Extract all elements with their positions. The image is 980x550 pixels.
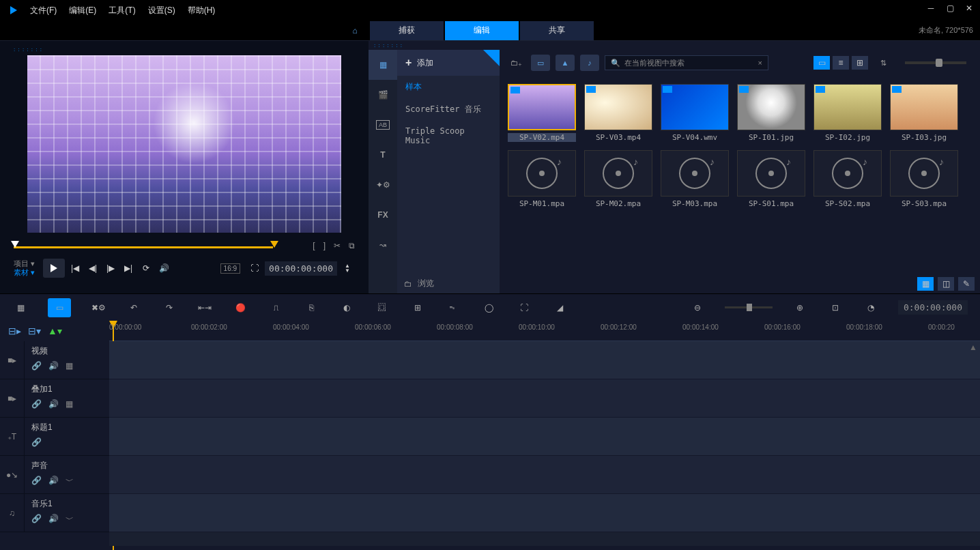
tab-share[interactable]: 共享 (520, 21, 594, 40)
preview-timecode[interactable]: 00:00:00:000 (265, 261, 337, 276)
titles-tab-icon[interactable]: T (369, 140, 397, 170)
track-lane[interactable] (109, 418, 980, 456)
storyboard-view-icon[interactable]: ▦ (12, 300, 29, 316)
filter-video-icon[interactable]: ▭ (531, 55, 550, 71)
panel-layout-1-icon[interactable]: ▦ (917, 277, 934, 291)
track-header[interactable]: ₊T 标题1 🔗 (0, 418, 109, 456)
pan-zoom-icon[interactable]: ⛶ (516, 300, 532, 316)
thumbnail-item[interactable]: SP-V04.wmv (661, 84, 729, 142)
thumb-zoom-slider[interactable] (905, 61, 966, 64)
mute-icon[interactable]: 🔊 (48, 399, 59, 409)
panel-grip[interactable]: : : : : : : : (369, 41, 980, 50)
duration-icon[interactable]: ◔ (863, 300, 879, 316)
fx-toggle-icon[interactable]: ▦ (66, 399, 73, 409)
fx-toggle-icon[interactable]: ▦ (66, 361, 73, 371)
link-icon[interactable]: 🔗 (31, 476, 42, 487)
mute-icon[interactable]: 🔊 (48, 514, 59, 525)
track-lane[interactable] (109, 456, 980, 494)
thumbnail-item[interactable]: SP-V02.mp4 (508, 84, 576, 142)
timeline-view-icon[interactable]: ▭ (48, 298, 71, 317)
undo-button[interactable]: ↶ (126, 300, 142, 316)
volume-button[interactable]: 🔊 (156, 261, 171, 276)
goto-end-button[interactable]: ▶| (121, 261, 136, 276)
media-tab-icon[interactable]: ▦ (369, 50, 397, 80)
loop-button[interactable]: ⟳ (139, 261, 154, 276)
track-lane[interactable] (109, 379, 980, 418)
snapshot-icon[interactable]: ⧉ (349, 241, 355, 250)
track-header[interactable]: ♫ 音乐1 🔗 🔊 ﹀ (0, 494, 109, 532)
track-header[interactable]: ■▸ 叠加1 🔗 🔊 ▦ (0, 379, 109, 418)
record-icon[interactable]: 🔴 (232, 300, 248, 316)
mixer-icon[interactable]: ⎍ (268, 300, 284, 316)
paths-tab-icon[interactable]: ↝ (369, 230, 397, 260)
browse-button[interactable]: 浏览 (418, 278, 434, 289)
split-icon[interactable]: ✂ (334, 241, 341, 250)
chapter-icon[interactable]: ⎘ (303, 300, 319, 316)
menu-edit[interactable]: 编辑(E) (69, 5, 96, 16)
mute-icon[interactable]: 🔊 (48, 476, 59, 487)
timecode-stepper[interactable]: ▲▼ (340, 261, 355, 276)
tracking-icon[interactable]: ◯ (480, 300, 497, 316)
mute-icon[interactable]: 🔊 (48, 361, 59, 371)
import-folder-icon[interactable]: 🗀₊ (506, 55, 525, 71)
maximize-button[interactable]: ▢ (945, 3, 955, 14)
timeline-timecode[interactable]: 0:00:00:000 (898, 300, 968, 315)
templates-tab-icon[interactable]: 🎬 (369, 80, 397, 110)
transitions-tab-icon[interactable]: AB (369, 110, 397, 140)
link-icon[interactable]: 🔗 (31, 514, 42, 525)
panel-edit-icon[interactable]: ✎ (958, 277, 975, 291)
tree-item-scorefitter[interactable]: ScoreFitter 音乐 (397, 98, 500, 121)
mask-icon[interactable]: ◢ (551, 300, 568, 316)
panel-grip[interactable]: : : : : : : : (14, 46, 355, 53)
project-mode-label[interactable]: 项目 ▾ (14, 259, 35, 268)
expand-icon[interactable]: ﹀ (66, 476, 74, 487)
link-icon[interactable]: 🔗 (31, 437, 42, 447)
tab-edit[interactable]: 编辑 (445, 21, 519, 40)
mark-in-icon[interactable]: [ (313, 241, 315, 250)
track-lane[interactable] (109, 341, 980, 379)
step-fwd-button[interactable]: |▶ (103, 261, 118, 276)
thumbnail-item[interactable]: SP-I02.jpg (813, 84, 882, 142)
home-icon[interactable]: ⌂ (341, 26, 369, 35)
thumbnail-item[interactable]: SP-S03.mpa (890, 150, 958, 208)
thumbnail-item[interactable]: SP-S01.mpa (737, 150, 805, 208)
mark-out-icon[interactable]: ] (323, 241, 326, 250)
timeline-ruler[interactable]: 0:00:00:0000:00:02:0000:00:04:0000:00:06… (109, 321, 980, 341)
scroll-up-icon[interactable]: ▲ (969, 343, 979, 352)
menu-tools[interactable]: 工具(T) (109, 5, 135, 16)
track-header[interactable]: ■▸ 视频 🔗 🔊 ▦ (0, 341, 109, 379)
subtitle-icon[interactable]: ◐ (338, 300, 355, 316)
zoom-out-icon[interactable]: ⊖ (689, 300, 706, 316)
search-input[interactable]: 🔍 在当前视图中搜索 × (605, 55, 768, 70)
thumbnail-item[interactable]: SP-M02.mpa (584, 150, 652, 208)
menu-file[interactable]: 文件(F) (30, 5, 57, 16)
add-media-button[interactable]: + 添加 (397, 50, 500, 76)
view-thumb-icon[interactable]: ▭ (813, 56, 830, 70)
track-lane[interactable] (109, 494, 980, 532)
redo-button[interactable]: ↷ (161, 300, 177, 316)
thumbnail-item[interactable]: SP-I03.jpg (890, 84, 958, 142)
fit-timeline-icon[interactable]: ⇤⇥ (197, 300, 213, 316)
track-menu-1-icon[interactable]: ⊟▸ (8, 325, 21, 336)
close-button[interactable]: ✕ (964, 3, 975, 14)
panel-layout-2-icon[interactable]: ◫ (938, 277, 954, 291)
zoom-in-icon[interactable]: ⊕ (792, 300, 808, 316)
multi-icon[interactable]: ⊞ (409, 300, 426, 316)
thumbnail-item[interactable]: SP-S02.mpa (813, 150, 882, 208)
tab-capture[interactable]: 捕获 (370, 21, 444, 40)
track-menu-2-icon[interactable]: ⊟▾ (28, 325, 41, 336)
link-icon[interactable]: 🔗 (31, 399, 42, 409)
track-lanes[interactable] (109, 341, 980, 546)
tools-icon[interactable]: ✖⚙ (90, 300, 106, 316)
view-grid-icon[interactable]: ⊞ (852, 56, 868, 70)
play-button[interactable] (43, 259, 65, 278)
filter-photo-icon[interactable]: ▲ (556, 55, 575, 71)
scrubber[interactable]: [ ] ✂ ⧉ (14, 241, 355, 253)
tree-item-triplescoop[interactable]: Triple Scoop Music (397, 121, 500, 151)
track-header[interactable]: ●↘ 声音 🔗 🔊 ﹀ (0, 456, 109, 494)
scrub-out-handle[interactable] (270, 241, 278, 248)
sort-icon[interactable]: ⇅ (874, 55, 893, 71)
thumbnail-item[interactable]: SP-M03.mpa (661, 150, 729, 208)
clip-mode-label[interactable]: 素材 ▾ (14, 268, 35, 277)
menu-settings[interactable]: 设置(S) (148, 5, 175, 16)
